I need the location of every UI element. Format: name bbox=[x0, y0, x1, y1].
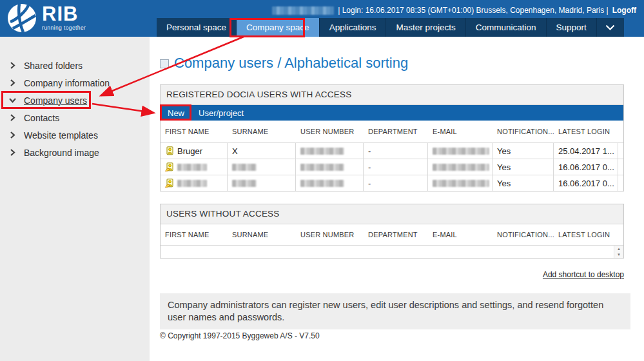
sidebar-item-label: Company users bbox=[24, 95, 87, 106]
cell-department: - bbox=[364, 159, 428, 175]
column-header-surname: SURNAME bbox=[228, 231, 296, 239]
table-row[interactable]: -Yes16.06.2017 0... bbox=[161, 175, 623, 191]
chevron-down-icon bbox=[8, 96, 17, 104]
column-header-latest-login: LATEST LOGIN bbox=[554, 128, 618, 135]
redacted-value bbox=[232, 164, 257, 171]
redacted-value bbox=[433, 164, 489, 171]
empty-table-body: ▲ ▼ bbox=[161, 245, 623, 258]
sidebar: Shared foldersCompany informationCompany… bbox=[0, 37, 150, 361]
cell-user-number bbox=[296, 143, 364, 159]
username-redacted bbox=[272, 6, 334, 15]
sidebar-item-label: Shared folders bbox=[24, 61, 83, 71]
brand-name: RIB bbox=[42, 5, 86, 24]
cell-notification: Yes bbox=[493, 159, 554, 175]
cell-latest-login: 16.06.2017 0... bbox=[554, 159, 618, 175]
section-title-with-access: REGISTERED DOCIA USERS WITH ACCESS bbox=[161, 85, 623, 105]
logoff-link[interactable]: Logoff bbox=[612, 6, 636, 15]
sidebar-item-label: Background image bbox=[24, 148, 99, 158]
cell-department: - bbox=[364, 143, 428, 159]
user-edit-icon bbox=[165, 179, 174, 188]
cell-notification: Yes bbox=[493, 143, 554, 159]
chevron-right-icon bbox=[8, 148, 17, 157]
user-icon bbox=[165, 146, 174, 155]
brand-tagline: running together bbox=[42, 24, 86, 31]
cell-latest-login: 16.06.2017 0... bbox=[554, 175, 618, 191]
cell-user-number bbox=[296, 175, 364, 191]
row-gutter bbox=[618, 175, 623, 191]
sidebar-item-label: Website templates bbox=[24, 130, 98, 141]
column-header-first-name: FIRST NAME bbox=[161, 128, 228, 135]
rib-logo: RIB running together bbox=[6, 3, 86, 36]
tab-communication[interactable]: Communication bbox=[466, 18, 547, 37]
scroll-up-icon[interactable]: ▲ bbox=[617, 247, 621, 251]
users-without-access-table: USERS WITHOUT ACCESS FIRST NAMESURNAMEUS… bbox=[160, 204, 624, 259]
table-row[interactable]: -Yes16.06.2017 0... bbox=[161, 159, 623, 175]
nav-more-button[interactable] bbox=[597, 18, 624, 37]
chevron-right-icon bbox=[8, 131, 17, 139]
tab-applications[interactable]: Applications bbox=[320, 18, 387, 37]
redacted-value bbox=[232, 180, 257, 187]
tab-master-projects[interactable]: Master projects bbox=[386, 18, 465, 37]
tab-support[interactable]: Support bbox=[547, 18, 597, 37]
column-header-notification: NOTIFICATION... bbox=[493, 231, 554, 239]
cell-first-name bbox=[161, 159, 228, 175]
column-header-row: FIRST NAMESURNAMEUSER NUMBERDEPARTMENTE-… bbox=[161, 121, 623, 142]
table-scrollbar[interactable]: ▲ ▼ bbox=[614, 246, 623, 258]
scroll-down-icon[interactable]: ▼ bbox=[617, 253, 621, 257]
cell-latest-login: 25.04.2017 1... bbox=[554, 143, 618, 159]
sidebar-item-label: Company information bbox=[24, 78, 110, 88]
column-header-latest-login: LATEST LOGIN bbox=[554, 231, 618, 239]
sidebar-item-website-templates[interactable]: Website templates bbox=[0, 126, 150, 144]
sidebar-item-shared-folders[interactable]: Shared folders bbox=[0, 57, 150, 74]
cell-notification: Yes bbox=[493, 175, 554, 191]
rib-swirl-icon bbox=[6, 3, 37, 36]
redacted-value bbox=[177, 180, 207, 187]
sidebar-item-company-information[interactable]: Company information bbox=[0, 74, 150, 92]
copyright-text: © Copyright 1997-2015 Byggeweb A/S - V7.… bbox=[160, 331, 320, 340]
main-navigation: Personal spaceCompany spaceApplicationsM… bbox=[157, 18, 624, 37]
collapse-box-icon[interactable] bbox=[160, 59, 169, 68]
section-title-without-access: USERS WITHOUT ACCESS bbox=[161, 204, 623, 224]
cell-surname: X bbox=[228, 143, 296, 159]
column-header-row: FIRST NAMESURNAMEUSER NUMBERDEPARTMENTE-… bbox=[161, 224, 623, 245]
chevron-right-icon bbox=[8, 113, 17, 122]
chevron-right-icon bbox=[8, 61, 17, 70]
column-header-user-number: USER NUMBER bbox=[296, 231, 364, 239]
user-session-info: | Login: 16.06.2017 08:35 (GMT+01:00) Br… bbox=[272, 6, 636, 15]
admin-info-text: Company administrators can register new … bbox=[160, 293, 630, 329]
redacted-value bbox=[177, 164, 207, 171]
sidebar-item-contacts[interactable]: Contacts bbox=[0, 109, 150, 126]
sidebar-item-company-users[interactable]: Company users bbox=[0, 92, 150, 109]
column-header-user-number: USER NUMBER bbox=[296, 128, 364, 135]
new-button[interactable]: New bbox=[161, 108, 191, 118]
column-header-first-name: FIRST NAME bbox=[161, 231, 228, 239]
column-header-e-mail: E-MAIL bbox=[428, 128, 493, 135]
tab-personal-space[interactable]: Personal space bbox=[157, 18, 237, 37]
redacted-value bbox=[300, 164, 344, 171]
column-header-surname: SURNAME bbox=[228, 128, 296, 135]
table-row[interactable]: BrugerX-Yes25.04.2017 1... bbox=[161, 142, 623, 159]
user-edit-icon bbox=[165, 162, 174, 171]
row-gutter bbox=[618, 143, 623, 159]
add-shortcut-link[interactable]: Add shortcut to desktop bbox=[543, 270, 624, 279]
user-project-button[interactable]: User/project bbox=[191, 108, 251, 118]
chevron-right-icon bbox=[8, 79, 17, 87]
cell-email bbox=[428, 159, 493, 175]
redacted-value bbox=[433, 180, 489, 187]
cell-email bbox=[428, 175, 493, 191]
cell-email bbox=[428, 143, 493, 159]
table-toolbar: New User/project bbox=[161, 105, 623, 121]
redacted-value bbox=[300, 148, 344, 155]
cell-user-number bbox=[296, 159, 364, 175]
column-header-department: DEPARTMENT bbox=[364, 128, 428, 135]
sidebar-item-background-image[interactable]: Background image bbox=[0, 144, 150, 161]
cell-surname bbox=[228, 159, 296, 175]
tab-company-space[interactable]: Company space bbox=[237, 18, 320, 37]
redacted-value bbox=[433, 148, 489, 155]
sidebar-item-label: Contacts bbox=[24, 113, 59, 123]
cell-first-name bbox=[161, 175, 228, 191]
login-timestamp: | Login: 16.06.2017 08:35 (GMT+01:00) Br… bbox=[338, 6, 608, 15]
nav-tabs: Personal spaceCompany spaceApplicationsM… bbox=[157, 18, 597, 37]
registered-users-table: REGISTERED DOCIA USERS WITH ACCESS New U… bbox=[160, 84, 624, 191]
row-gutter bbox=[618, 159, 623, 175]
